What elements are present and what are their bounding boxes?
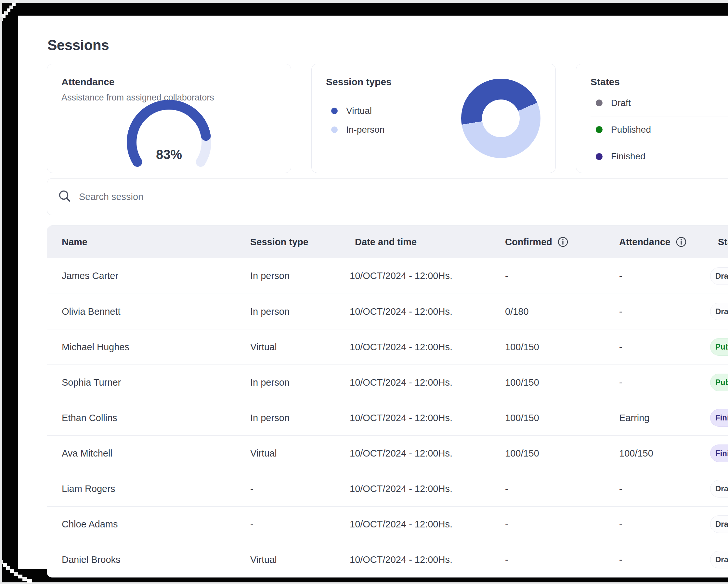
table-row[interactable]: James Carter In person 10/OCT/2024 - 12:… <box>47 258 728 294</box>
column-header-attendance[interactable]: Attendance <box>619 236 718 248</box>
state-item-draft: Draft <box>591 90 728 117</box>
draft-dot-icon <box>596 100 602 106</box>
cell-attendance: - <box>619 519 718 530</box>
states-list: Draft Published Finished <box>591 90 728 170</box>
column-header-confirmed[interactable]: Confirmed <box>505 236 619 248</box>
cell-confirmed: 0/180 <box>505 306 619 317</box>
search-bar[interactable] <box>47 178 728 215</box>
cell-state: Published <box>718 338 728 356</box>
column-header-state[interactable]: State <box>718 237 728 248</box>
table-body: James Carter In person 10/OCT/2024 - 12:… <box>47 258 728 577</box>
info-icon[interactable] <box>676 236 687 248</box>
search-input[interactable] <box>79 192 371 202</box>
legend-label: In-person <box>346 125 385 135</box>
status-badge: Draft <box>710 515 728 533</box>
cell-datetime: 10/OCT/2024 - 12:00Hs. <box>350 413 505 423</box>
table-row[interactable]: Ethan Collins In person 10/OCT/2024 - 12… <box>47 400 728 435</box>
cell-confirmed: 100/150 <box>505 413 619 423</box>
cell-state: Draft <box>718 303 728 320</box>
column-header-name[interactable]: Name <box>62 237 250 248</box>
cell-name: James Carter <box>62 271 250 281</box>
donut-hole <box>482 100 520 137</box>
status-badge: Finished <box>710 445 728 462</box>
cell-session-type: In person <box>250 413 350 423</box>
cell-session-type: Virtual <box>250 342 350 353</box>
cell-session-type: Virtual <box>250 554 350 565</box>
session-types-legend: Virtual In-person <box>331 106 385 135</box>
state-item-published: Published <box>591 117 728 143</box>
status-badge: Draft <box>710 303 728 320</box>
column-header-session-type[interactable]: Session type <box>250 237 350 248</box>
cell-state: Published <box>718 374 728 391</box>
table-row[interactable]: Daniel Brooks Virtual 10/OCT/2024 - 12:0… <box>47 542 728 577</box>
cell-datetime: 10/OCT/2024 - 12:00Hs. <box>350 306 505 317</box>
cell-name: Daniel Brooks <box>62 554 250 565</box>
cell-confirmed: - <box>505 519 619 530</box>
table-row[interactable]: Chloe Adams - 10/OCT/2024 - 12:00Hs. - -… <box>47 506 728 542</box>
cell-session-type: - <box>250 519 350 530</box>
cell-name: Ethan Collins <box>62 413 250 423</box>
cell-state: Draft <box>718 267 728 285</box>
column-header-label: Attendance <box>619 237 671 248</box>
state-item-label: Finished <box>611 151 646 161</box>
cell-attendance: - <box>619 342 718 353</box>
status-badge: Finished <box>710 409 728 427</box>
attendance-card: Attendance Assistance from assigned coll… <box>47 64 291 173</box>
cell-attendance: - <box>619 377 718 388</box>
cell-confirmed: 100/150 <box>505 342 619 353</box>
sessions-table: Name Session type Date and time Confirme… <box>47 225 728 578</box>
cell-state: Finished <box>718 409 728 427</box>
search-icon <box>57 189 72 205</box>
cell-datetime: 10/OCT/2024 - 12:00Hs. <box>350 271 505 281</box>
cell-session-type: - <box>250 484 350 494</box>
table-row[interactable]: Michael Hughes Virtual 10/OCT/2024 - 12:… <box>47 329 728 364</box>
page-title: Sessions <box>48 37 109 53</box>
cell-name: Chloe Adams <box>62 519 250 530</box>
cell-confirmed: - <box>505 271 619 281</box>
finished-dot-icon <box>596 153 602 160</box>
cell-name: Michael Hughes <box>62 342 250 353</box>
status-badge: Draft <box>710 551 728 568</box>
stats-cards-row: Attendance Assistance from assigned coll… <box>47 64 728 173</box>
status-badge: Published <box>710 338 728 356</box>
legend-label: Virtual <box>346 106 372 116</box>
table-row[interactable]: Sophia Turner In person 10/OCT/2024 - 12… <box>47 364 728 400</box>
info-icon[interactable] <box>557 236 568 248</box>
table-header: Name Session type Date and time Confirme… <box>47 226 728 258</box>
status-badge: Published <box>710 374 728 391</box>
virtual-dot-icon <box>331 108 338 114</box>
cell-attendance: 100/150 <box>619 448 718 459</box>
cell-attendance: Earring <box>619 413 718 423</box>
cell-state: Draft <box>718 551 728 568</box>
in-person-dot-icon <box>331 126 338 133</box>
cell-session-type: Virtual <box>250 448 350 459</box>
cell-attendance: - <box>619 306 718 317</box>
cell-confirmed: - <box>505 484 619 494</box>
cell-session-type: In person <box>250 306 350 317</box>
table-row[interactable]: Olivia Bennett In person 10/OCT/2024 - 1… <box>47 294 728 329</box>
table-row[interactable]: Liam Rogers - 10/OCT/2024 - 12:00Hs. - -… <box>47 471 728 506</box>
state-item-label: Published <box>611 125 651 135</box>
legend-item-in-person: In-person <box>331 125 385 135</box>
cell-datetime: 10/OCT/2024 - 12:00Hs. <box>350 554 505 565</box>
cell-datetime: 10/OCT/2024 - 12:00Hs. <box>350 484 505 494</box>
legend-item-virtual: Virtual <box>331 106 385 116</box>
cell-state: Draft <box>718 480 728 498</box>
attendance-gauge: 83% <box>117 93 221 171</box>
app-panel: Sessions Attendance Assistance from assi… <box>18 16 728 569</box>
cell-datetime: 10/OCT/2024 - 12:00Hs. <box>350 342 505 353</box>
cell-datetime: 10/OCT/2024 - 12:00Hs. <box>350 519 505 530</box>
attendance-gauge-value: 83% <box>117 147 221 162</box>
states-card: States Draft Published Finished <box>576 64 728 173</box>
cell-name: Olivia Bennett <box>62 306 250 317</box>
table-row[interactable]: Ava Mitchell Virtual 10/OCT/2024 - 12:00… <box>47 435 728 471</box>
cell-attendance: - <box>619 484 718 494</box>
cell-confirmed: - <box>505 554 619 565</box>
session-types-card: Session types Virtual In-person <box>311 64 556 173</box>
column-header-date[interactable]: Date and time <box>350 237 505 248</box>
status-badge: Draft <box>710 267 728 285</box>
session-types-donut-chart <box>461 79 541 158</box>
cell-name: Sophia Turner <box>62 377 250 388</box>
cell-datetime: 10/OCT/2024 - 12:00Hs. <box>350 377 505 388</box>
cell-confirmed: 100/150 <box>505 377 619 388</box>
